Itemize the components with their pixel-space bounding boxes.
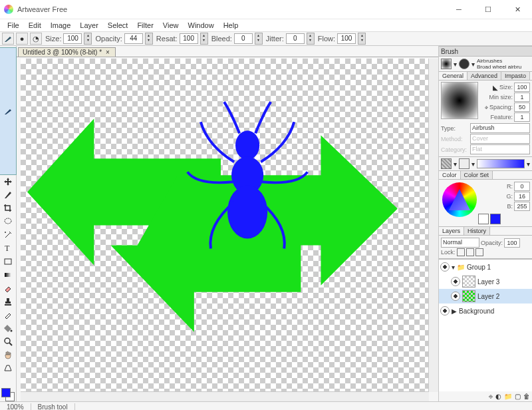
close-button[interactable]: ✕ (503, 0, 532, 19)
paper-dropdown-icon[interactable]: ▾ (471, 160, 475, 168)
lock-position-icon[interactable] (466, 248, 474, 256)
pattern-dropdown-icon[interactable]: ▾ (454, 160, 457, 168)
size-spin[interactable]: ▴▾ (84, 33, 92, 45)
layer-mask-icon[interactable]: ◐ (495, 393, 501, 400)
menu-file[interactable]: File (3, 21, 24, 30)
visibility-toggle-icon[interactable] (451, 277, 460, 286)
color-swatches[interactable] (1, 388, 15, 401)
gradient-swatch[interactable] (477, 159, 525, 168)
brush-link-icon[interactable]: ⎆ (485, 104, 488, 110)
color-tab-color[interactable]: Color (439, 171, 461, 179)
menu-help[interactable]: Help (219, 21, 243, 30)
bleed-spin[interactable]: ▴▾ (255, 33, 263, 45)
stamp-tool[interactable] (1, 295, 15, 308)
color-b-field[interactable]: 255 (514, 202, 530, 211)
lock-pixels-icon[interactable] (457, 248, 465, 256)
document-tab-close-icon[interactable]: × (106, 49, 110, 56)
brush-shape-icon[interactable]: ◣ (493, 84, 498, 91)
hand-tool[interactable] (1, 348, 15, 361)
menu-image[interactable]: Image (46, 21, 76, 30)
layers-tab-history[interactable]: History (464, 227, 490, 235)
layer-row[interactable]: Layer 2 (439, 289, 532, 304)
eraser-tool[interactable] (1, 282, 15, 295)
delete-layer-icon[interactable]: 🗑 (523, 393, 530, 400)
blend-mode-select[interactable]: Normal (441, 238, 479, 248)
canvas[interactable] (21, 59, 429, 392)
layer-opacity-field[interactable]: 100 (504, 238, 520, 248)
new-group-icon[interactable]: 📁 (504, 393, 512, 400)
visibility-toggle-icon[interactable] (440, 262, 450, 272)
color-wheel[interactable] (442, 182, 477, 217)
jitter-spin[interactable]: ▴▾ (307, 33, 315, 45)
maximize-button[interactable]: ☐ (473, 0, 503, 19)
expand-icon[interactable]: ▾ (452, 264, 455, 271)
brush-preview (441, 82, 478, 119)
bleed-field[interactable]: 0 (234, 33, 253, 44)
lasso-tool[interactable] (1, 215, 15, 228)
visibility-toggle-icon[interactable] (451, 292, 460, 301)
brush-preset-thumb[interactable] (441, 59, 452, 69)
layer-group-row[interactable]: ▾ 📁 Group 1 (439, 260, 532, 274)
paper-swatch[interactable] (459, 158, 469, 169)
flow-field[interactable]: 100 (337, 33, 356, 44)
flow-spin[interactable]: ▴▾ (358, 33, 366, 45)
menu-layer[interactable]: Layer (75, 21, 103, 30)
brush-tab-general[interactable]: General (439, 72, 467, 80)
resat-field[interactable]: 100 (180, 33, 198, 44)
perspective-tool[interactable] (1, 361, 15, 375)
brush-tip-icon[interactable]: ◔ (30, 33, 42, 45)
lock-all-icon[interactable] (475, 248, 483, 256)
jitter-field[interactable]: 0 (286, 33, 305, 44)
minimize-button[interactable]: ─ (444, 0, 473, 19)
eyedropper-tool[interactable] (1, 308, 15, 321)
size-field[interactable]: 100 (63, 33, 82, 44)
fill-tool[interactable] (1, 321, 15, 335)
visibility-toggle-icon[interactable] (440, 306, 450, 315)
menu-filter[interactable]: Filter (132, 21, 158, 30)
opacity-field[interactable]: 44 (124, 33, 143, 44)
pattern-swatch[interactable] (441, 158, 452, 169)
brush-tip-thumb[interactable] (459, 59, 469, 69)
opacity-spin[interactable]: ▴▾ (145, 33, 153, 45)
crop-tool[interactable] (1, 202, 15, 215)
gradient-dropdown-icon[interactable]: ▾ (527, 160, 530, 168)
brush-size-field[interactable]: 100 (514, 83, 530, 92)
current-color-swatch[interactable] (490, 214, 501, 224)
brush-minsize-field[interactable]: 1 (514, 93, 530, 102)
layer-row[interactable]: ▶ Background (439, 304, 532, 318)
menu-window[interactable]: Window (184, 21, 219, 30)
wand-tool[interactable] (1, 228, 15, 242)
color-g-field[interactable]: 16 (514, 192, 530, 201)
layer-row[interactable]: Layer 3 (439, 274, 532, 289)
zoom-tool[interactable] (1, 335, 15, 348)
text-tool[interactable]: T (1, 242, 15, 255)
brush-tip-dropdown-icon[interactable]: ▾ (471, 61, 475, 68)
resat-spin[interactable]: ▴▾ (200, 33, 208, 45)
prev-color-swatch[interactable] (478, 214, 489, 224)
horizontal-scrollbar[interactable] (21, 391, 429, 401)
color-r-field[interactable]: 0 (514, 182, 530, 191)
menu-select[interactable]: Select (103, 21, 133, 30)
brush-type-select[interactable]: Airbrush (470, 123, 530, 133)
brush-tab-advanced[interactable]: Advanced (467, 72, 501, 80)
menu-edit[interactable]: Edit (24, 21, 46, 30)
document-tab[interactable]: Untitled 3 @ 100% (8-bit) * × (18, 47, 116, 57)
move-tool[interactable] (1, 175, 15, 188)
brush-tool[interactable] (0, 47, 17, 175)
brush-spacing-field[interactable]: 50 (514, 102, 530, 112)
layer-link-icon[interactable]: ⎆ (489, 393, 493, 400)
gradient-tool[interactable] (1, 268, 15, 282)
menu-view[interactable]: View (158, 21, 184, 30)
brush-feature-field[interactable]: 1 (514, 112, 530, 122)
status-zoom[interactable]: 100% (0, 403, 31, 410)
new-layer-icon[interactable]: ▢ (515, 393, 521, 400)
brush-tab-impasto[interactable]: Impasto (501, 72, 530, 80)
color-tab-colorset[interactable]: Color Set (461, 171, 493, 179)
shape-tool[interactable] (1, 255, 15, 268)
pencil-tool[interactable] (1, 188, 15, 202)
brush-preset-dropdown-icon[interactable]: ▾ (454, 61, 457, 68)
fg-color-swatch[interactable] (1, 388, 11, 397)
layers-tab-layers[interactable]: Layers (439, 227, 464, 235)
brush-preset-icon[interactable]: ● (16, 33, 28, 45)
vertical-scrollbar[interactable] (428, 59, 438, 392)
